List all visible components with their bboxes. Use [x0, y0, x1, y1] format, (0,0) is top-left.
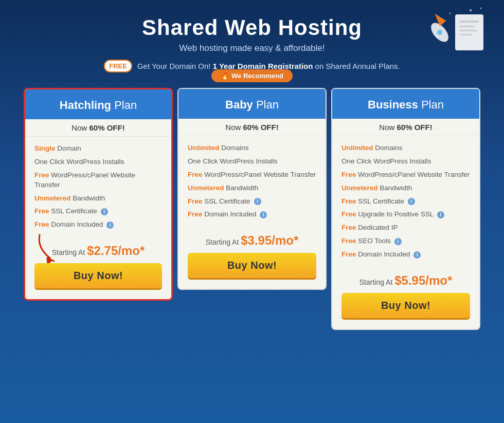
feature-item: Single Domain: [34, 144, 162, 154]
page-title: Shared Web Hosting: [10, 15, 494, 40]
feature-item: Unmetered Bandwidth: [341, 183, 470, 193]
feature-item: Free WordPress/cPanel Website Transfer: [188, 170, 316, 180]
feature-item: Unmetered Bandwidth: [188, 183, 316, 193]
feature-item: Free Dedicated IP: [341, 223, 470, 233]
feature-item: Free SSL Certificate i: [34, 207, 162, 216]
info-icon[interactable]: i: [413, 251, 421, 259]
hatchling-card-footer: Starting At $2.75/mo* Buy Now!: [25, 238, 171, 299]
hatchling-price: $2.75/mo*: [87, 244, 145, 258]
feature-item: Free SSL Certificate i: [188, 197, 316, 207]
recommend-badge: We Recommend: [211, 69, 293, 82]
svg-point-9: [480, 8, 482, 9]
feature-item: One Click WordPress Installs: [188, 157, 316, 167]
baby-card-footer: Starting At $3.95/mo* Buy Now!: [178, 228, 326, 289]
baby-card-header: Baby Plan: [178, 89, 326, 119]
info-icon[interactable]: i: [260, 211, 267, 218]
svg-point-10: [449, 13, 451, 14]
info-icon[interactable]: i: [394, 238, 402, 245]
hatchling-plan-card: Hatchling Plan Now 60% OFF! Single Domai…: [24, 88, 173, 301]
feature-item: One Click WordPress Installs: [34, 157, 162, 167]
feature-item: Free Domain Included i: [341, 250, 470, 260]
feature-item: Free Domain Included i: [34, 220, 162, 230]
svg-point-8: [470, 9, 472, 11]
business-buy-button[interactable]: Buy Now!: [341, 293, 470, 320]
hatchling-features-list: Single Domain One Click WordPress Instal…: [25, 137, 171, 238]
business-features-list: Unlimited Domains One Click WordPress In…: [332, 136, 479, 268]
baby-features-list: Unlimited Domains One Click WordPress In…: [178, 136, 326, 228]
baby-buy-button[interactable]: Buy Now!: [188, 253, 316, 280]
feature-item: Unmetered Bandwidth: [34, 194, 162, 204]
feature-item: Free Domain Included i: [188, 210, 316, 219]
feature-item: Free SSL Certificate i: [341, 197, 470, 207]
feature-item: Free WordPress/cPanel Website Transfer: [341, 170, 470, 180]
page-wrapper: Shared Web Hosting Web hosting made easy…: [0, 0, 504, 423]
info-icon[interactable]: i: [254, 198, 261, 205]
business-starting-at: Starting At $5.95/mo*: [341, 273, 470, 288]
feature-item: Unlimited Domains: [341, 143, 470, 153]
feature-item: Unlimited Domains: [188, 143, 316, 153]
business-card-footer: Starting At $5.95/mo* Buy Now!: [332, 268, 479, 329]
info-icon[interactable]: i: [408, 198, 415, 205]
baby-plan-name: Baby Plan: [186, 98, 318, 112]
hatchling-starting-at: Starting At $2.75/mo*: [34, 244, 162, 258]
hatchling-card-header: Hatchling Plan: [25, 89, 171, 119]
feature-item: One Click WordPress Installs: [341, 157, 470, 167]
baby-starting-at: Starting At $3.95/mo*: [188, 233, 316, 248]
feature-item: Free Upgrade to Positive SSL i: [341, 210, 470, 219]
hatchling-plan-name: Hatchling Plan: [33, 99, 164, 112]
business-price: $5.95/mo*: [394, 273, 452, 287]
baby-discount: Now 60% OFF!: [178, 119, 326, 136]
business-discount: Now 60% OFF!: [332, 119, 479, 136]
hatchling-discount: Now 60% OFF!: [25, 119, 171, 137]
free-badge: FREE: [104, 60, 132, 72]
page-header: Shared Web Hosting Web hosting made easy…: [10, 15, 494, 72]
business-plan-name: Business Plan: [340, 98, 472, 112]
page-subtitle: Web hosting made easy & affordable!: [10, 43, 494, 53]
hatchling-buy-button[interactable]: Buy Now!: [34, 263, 162, 290]
business-card-header: Business Plan: [332, 89, 479, 119]
business-plan-card: Business Plan Now 60% OFF! Unlimited Dom…: [331, 88, 480, 330]
feature-item: Free SEO Tools i: [341, 236, 470, 246]
baby-price: $3.95/mo*: [241, 233, 298, 247]
info-icon[interactable]: i: [106, 222, 114, 229]
plans-container: Hatchling Plan Now 60% OFF! Single Domai…: [10, 88, 494, 330]
info-icon[interactable]: i: [437, 211, 444, 218]
feature-item: Free WordPress/cPanel Website Transfer: [34, 171, 162, 190]
info-icon[interactable]: i: [101, 208, 108, 215]
baby-plan-card: We Recommend Baby Plan Now 60% OFF! Unli…: [177, 88, 327, 290]
